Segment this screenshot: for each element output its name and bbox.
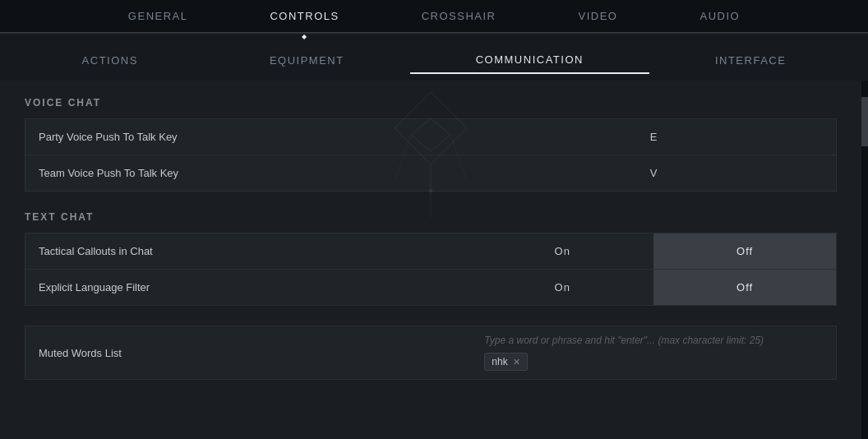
top-navigation: GENERAL CONTROLS CROSSHAIR VIDEO AUDIO	[0, 0, 868, 33]
muted-words-input-area: Type a word or phrase and hit "enter"...…	[484, 335, 823, 371]
scrollbar[interactable]	[861, 81, 868, 439]
muted-words-label: Muted Words List	[25, 326, 472, 380]
muted-words-table: Muted Words List Type a word or phrase a…	[25, 326, 837, 380]
nav-video[interactable]: VIDEO	[538, 0, 659, 32]
explicit-filter-row: Explicit Language Filter On Off	[25, 270, 837, 306]
voice-chat-title: VOICE CHAT	[25, 97, 837, 109]
tactical-callouts-row: Tactical Callouts in Chat On Off	[25, 233, 837, 270]
explicit-filter-on[interactable]: On	[471, 270, 653, 305]
text-chat-table: Tactical Callouts in Chat On Off Explici…	[25, 233, 837, 306]
muted-words-input-cell: Type a word or phrase and hit "enter"...…	[471, 326, 836, 380]
tag-nhk-text: nhk	[492, 356, 507, 367]
explicit-filter-label: Explicit Language Filter	[25, 270, 472, 306]
muted-words-tags: nhk ✕	[484, 353, 823, 371]
main-content: VOICE CHAT Party Voice Push To Talk Key …	[0, 81, 868, 439]
team-voice-label: Team Voice Push To Talk Key	[25, 155, 472, 192]
settings-panel: VOICE CHAT Party Voice Push To Talk Key …	[0, 81, 861, 439]
muted-words-row: Muted Words List Type a word or phrase a…	[25, 326, 837, 380]
team-voice-row[interactable]: Team Voice Push To Talk Key V	[25, 155, 837, 192]
text-chat-title: TEXT CHAT	[25, 211, 837, 223]
tactical-callouts-off[interactable]: Off	[653, 233, 836, 269]
team-voice-key: V	[471, 155, 836, 192]
tactical-callouts-label: Tactical Callouts in Chat	[25, 233, 472, 270]
nav-crosshair[interactable]: CROSSHAIR	[381, 0, 538, 32]
nav-general[interactable]: GENERAL	[87, 0, 229, 32]
party-voice-key: E	[471, 119, 836, 155]
subnav-communication[interactable]: COMMUNICATION	[410, 47, 649, 74]
explicit-filter-off[interactable]: Off	[653, 270, 836, 305]
party-voice-row[interactable]: Party Voice Push To Talk Key E	[25, 119, 837, 155]
sub-navigation: ACTIONS EQUIPMENT COMMUNICATION INTERFAC…	[0, 34, 868, 81]
tactical-callouts-on[interactable]: On	[471, 233, 653, 269]
subnav-actions[interactable]: ACTIONS	[16, 48, 204, 73]
nav-audio[interactable]: AUDIO	[658, 0, 781, 32]
tag-nhk-close[interactable]: ✕	[513, 357, 520, 367]
tactical-callouts-toggle: On Off	[471, 233, 836, 270]
tag-nhk: nhk ✕	[484, 353, 527, 371]
explicit-filter-toggle: On Off	[471, 270, 836, 306]
voice-chat-table: Party Voice Push To Talk Key E Team Voic…	[25, 118, 837, 192]
subnav-interface[interactable]: INTERFACE	[649, 48, 852, 73]
nav-controls[interactable]: CONTROLS	[229, 0, 380, 32]
scrollbar-thumb[interactable]	[861, 97, 868, 146]
subnav-equipment[interactable]: EQUIPMENT	[204, 48, 410, 73]
party-voice-label: Party Voice Push To Talk Key	[25, 119, 472, 155]
muted-words-placeholder: Type a word or phrase and hit "enter"...…	[484, 335, 823, 346]
